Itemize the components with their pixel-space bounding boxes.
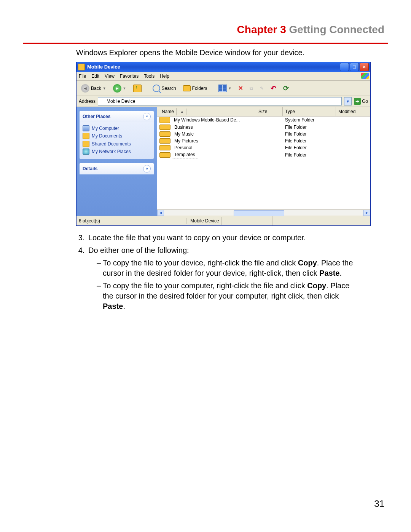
details-panel: Details » bbox=[80, 163, 154, 174]
computer-icon bbox=[83, 125, 89, 131]
device-icon bbox=[177, 218, 186, 224]
scroll-left-icon[interactable]: ◄ bbox=[157, 210, 164, 216]
substep-computer: To copy the file to your computer, right… bbox=[97, 281, 358, 312]
step-3: Locate the file that you want to copy on… bbox=[87, 233, 358, 243]
col-name[interactable]: Name▲ bbox=[157, 107, 256, 116]
file-list: Name▲ Size Type Modified My Windows Mobi… bbox=[157, 107, 370, 216]
menubar: File Edit View Favorites Tools Help bbox=[76, 72, 370, 81]
toolbar: ◄ Back ▼ ► ▼ Search Folder bbox=[76, 81, 370, 96]
undo-button[interactable]: ↶ bbox=[268, 83, 279, 94]
chapter-number: Chapter 3 bbox=[237, 24, 286, 35]
folder-icon bbox=[159, 131, 170, 137]
step-4: Do either one of the following: To copy … bbox=[87, 245, 358, 312]
col-modified[interactable]: Modified bbox=[336, 107, 370, 116]
col-size[interactable]: Size bbox=[256, 107, 283, 116]
menu-fav[interactable]: Favorites bbox=[120, 73, 139, 79]
address-input[interactable]: Mobile Device bbox=[98, 97, 342, 105]
link-shared-docs[interactable]: Shared Documents bbox=[83, 140, 151, 148]
expand-icon[interactable]: » bbox=[143, 165, 151, 173]
table-row[interactable]: My MusicFile Folder bbox=[157, 131, 370, 137]
menu-edit[interactable]: Edit bbox=[91, 73, 99, 79]
collapse-icon[interactable]: « bbox=[143, 113, 151, 120]
link-my-documents[interactable]: My Documents bbox=[83, 132, 151, 140]
shared-icon bbox=[83, 141, 89, 147]
forward-icon: ► bbox=[113, 84, 121, 93]
horizontal-scrollbar[interactable]: ◄ ► bbox=[157, 209, 370, 216]
copy-button[interactable]: ⧉ bbox=[247, 85, 255, 92]
table-row[interactable]: My PicturesFile Folder bbox=[157, 137, 370, 144]
back-button[interactable]: ◄ Back ▼ bbox=[79, 83, 108, 93]
status-location: Mobile Device bbox=[174, 216, 272, 225]
explorer-window: Mobile Device _ □ × File Edit View Favor… bbox=[76, 62, 371, 226]
step-list: Locate the file that you want to copy on… bbox=[76, 233, 358, 312]
table-row[interactable]: TemplatesFile Folder bbox=[157, 151, 370, 158]
header-rule bbox=[23, 43, 388, 44]
separator bbox=[213, 84, 213, 93]
chapter-header: Chapter 3 Getting Connected bbox=[23, 24, 388, 36]
back-icon: ◄ bbox=[81, 84, 89, 93]
properties-button[interactable]: ✎ bbox=[258, 85, 266, 92]
other-places-panel: Other Places « My Computer My Documents … bbox=[80, 111, 154, 159]
link-network-places[interactable]: My Network Places bbox=[83, 148, 151, 155]
address-label: Address bbox=[79, 98, 96, 104]
address-dropdown[interactable]: ▾ bbox=[344, 97, 352, 105]
scroll-thumb[interactable] bbox=[234, 210, 284, 216]
scroll-right-icon[interactable]: ► bbox=[363, 210, 370, 216]
col-type[interactable]: Type bbox=[283, 107, 336, 116]
folder-up-icon bbox=[133, 85, 142, 92]
substep-device: To copy the file to your device, right-c… bbox=[97, 258, 358, 278]
device-icon bbox=[100, 99, 105, 104]
page-number: 31 bbox=[374, 498, 384, 509]
maximize-button[interactable]: □ bbox=[350, 63, 359, 71]
close-button[interactable]: × bbox=[360, 63, 369, 71]
status-empty bbox=[272, 216, 370, 225]
window-title: Mobile Device bbox=[87, 64, 120, 70]
folders-icon bbox=[183, 85, 191, 91]
folder-icon bbox=[159, 138, 170, 144]
up-button[interactable] bbox=[131, 84, 144, 93]
scroll-track[interactable] bbox=[164, 210, 363, 216]
views-icon bbox=[218, 85, 227, 92]
folder-icon bbox=[159, 145, 170, 150]
device-icon bbox=[159, 117, 170, 123]
statusbar: 6 object(s) Mobile Device bbox=[76, 216, 370, 225]
minimize-button[interactable]: _ bbox=[340, 63, 349, 71]
search-icon bbox=[153, 85, 160, 92]
table-row[interactable]: BusinessFile Folder bbox=[157, 124, 370, 131]
documents-icon bbox=[83, 133, 89, 139]
table-row[interactable]: My Windows Mobile-Based De...System Fold… bbox=[157, 117, 370, 123]
task-pane: Other Places « My Computer My Documents … bbox=[76, 107, 157, 216]
views-button[interactable]: ▼ bbox=[216, 84, 234, 93]
delete-button[interactable]: × bbox=[236, 82, 245, 94]
intro-text: Windows Explorer opens the Mobile Device… bbox=[76, 48, 358, 58]
details-header[interactable]: Details » bbox=[80, 163, 154, 174]
column-headers: Name▲ Size Type Modified bbox=[157, 107, 370, 117]
sort-asc-icon: ▲ bbox=[178, 109, 186, 115]
separator bbox=[147, 84, 147, 93]
titlebar[interactable]: Mobile Device _ □ × bbox=[76, 62, 370, 72]
addressbar: Address Mobile Device ▾ ➔ Go bbox=[76, 96, 370, 107]
search-button[interactable]: Search bbox=[150, 84, 178, 93]
forward-button[interactable]: ► ▼ bbox=[111, 83, 129, 93]
substep-list: To copy the file to your device, right-c… bbox=[88, 258, 358, 312]
menu-file[interactable]: File bbox=[79, 73, 86, 79]
menu-view[interactable]: View bbox=[105, 73, 115, 79]
folder-icon bbox=[159, 125, 170, 130]
app-icon bbox=[78, 64, 85, 70]
refresh-icon: ⟳ bbox=[283, 84, 289, 93]
content-area: Other Places « My Computer My Documents … bbox=[76, 107, 370, 216]
link-my-computer[interactable]: My Computer bbox=[83, 125, 151, 132]
go-button[interactable]: ➔ Go bbox=[354, 98, 368, 105]
refresh-button[interactable]: ⟳ bbox=[281, 83, 291, 94]
menu-tools[interactable]: Tools bbox=[144, 73, 155, 79]
status-count: 6 object(s) bbox=[76, 216, 174, 225]
table-row[interactable]: PersonalFile Folder bbox=[157, 144, 370, 151]
windows-flag-icon bbox=[361, 73, 369, 79]
go-icon: ➔ bbox=[354, 98, 361, 105]
network-icon bbox=[83, 149, 89, 155]
menu-help[interactable]: Help bbox=[160, 73, 169, 79]
other-places-header[interactable]: Other Places « bbox=[80, 111, 154, 122]
folder-icon bbox=[159, 152, 170, 158]
folders-button[interactable]: Folders bbox=[181, 85, 210, 92]
